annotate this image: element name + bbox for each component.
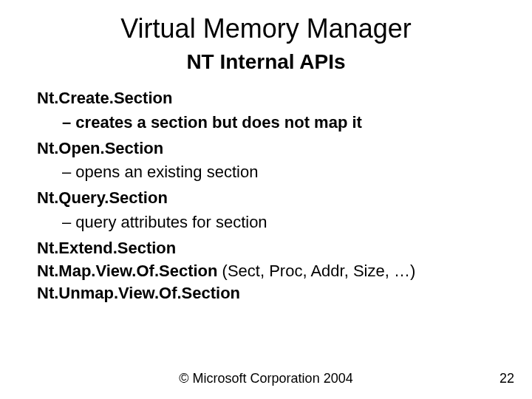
copyright-text: © Microsoft Corporation 2004 [0,371,532,386]
api-extra: (Sect, Proc, Addr, Size, …) [217,262,415,280]
api-detail: query attributes for section [62,211,495,234]
api-name: Nt.Query.Section [37,188,168,207]
slide-subtitle: NT Internal APIs [37,50,495,74]
api-item: Nt.Extend.Section [37,237,495,260]
api-item: Nt.Unmap.View.Of.Section [37,282,495,305]
api-item: Nt.Open.Section opens an existing sectio… [37,137,495,185]
slide: Virtual Memory Manager NT Internal APIs … [0,0,532,305]
page-number: 22 [499,371,514,386]
api-name: Nt.Open.Section [37,139,163,157]
slide-footer: © Microsoft Corporation 2004 22 [0,371,532,387]
api-item: Nt.Map.View.Of.Section (Sect, Proc, Addr… [37,260,495,283]
api-item: Nt.Create.Section creates a section but … [37,87,495,134]
api-name: Nt.Create.Section [37,89,172,107]
api-name: Nt.Unmap.View.Of.Section [37,284,240,302]
slide-body: Nt.Create.Section creates a section but … [37,87,495,305]
api-name: Nt.Map.View.Of.Section [37,262,217,280]
api-name: Nt.Extend.Section [37,239,176,257]
slide-title: Virtual Memory Manager [37,13,495,44]
api-detail: opens an existing section [62,161,495,184]
api-detail: creates a section but does not map it [62,112,495,134]
api-item: Nt.Query.Section query attributes for se… [37,187,495,234]
